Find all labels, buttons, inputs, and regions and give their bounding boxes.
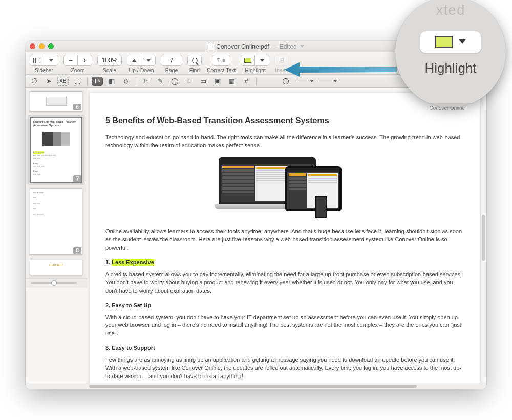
document-viewport[interactable]: Conover Online 5 Benefits of Web-Based T… <box>87 88 486 383</box>
paragraph: With a cloud-based system, you don't hav… <box>105 314 465 338</box>
tool-form1[interactable]: ▭ <box>198 77 209 86</box>
zoom-label: Zoom <box>71 67 85 73</box>
paragraph: A credits-based system allows you to pay… <box>105 271 465 295</box>
zoom-in-button[interactable]: + <box>78 55 92 66</box>
thumb-number: 7 <box>73 175 81 182</box>
tool-comment[interactable]: ◯ <box>169 77 180 86</box>
arrow-up-icon <box>132 59 136 62</box>
scale-label: Scale <box>103 67 116 73</box>
sidebar-button[interactable] <box>30 55 44 66</box>
tool-stamp[interactable]: ⬯ <box>120 77 132 86</box>
tool-form2[interactable]: ▣ <box>212 77 223 86</box>
thumbnail-page-7[interactable]: 5 Benefits of Web-Based Transition Asses… <box>30 117 82 183</box>
sidebar-dropdown[interactable] <box>44 55 58 66</box>
page-down-button[interactable] <box>141 55 156 66</box>
highlight-swatch-icon <box>244 58 251 63</box>
tool-number[interactable]: # <box>241 77 252 86</box>
thumbnail-page-9[interactable]: Con🞄verU <box>30 260 82 275</box>
thumb-number: 6 <box>73 104 81 110</box>
highlight-swatch-icon <box>435 36 453 48</box>
section-heading-2: 2. Easy to Set Up <box>105 302 465 308</box>
tool-redact[interactable]: ◧ <box>106 77 117 86</box>
sidebar-label: Sidebar <box>35 67 53 73</box>
callout-highlight-button[interactable] <box>420 31 481 53</box>
tool-text-annotate[interactable]: T✎ <box>92 77 103 86</box>
thumb-number: 8 <box>73 247 81 254</box>
callout-label: Highlight <box>424 60 476 76</box>
annotation-arrow <box>284 60 397 79</box>
tool-form3[interactable]: ▦ <box>226 77 238 86</box>
search-icon <box>192 58 198 63</box>
highlight-label: Highlight <box>245 67 266 73</box>
page-number-input[interactable]: 7 <box>161 55 182 66</box>
minimize-icon[interactable] <box>39 43 45 49</box>
find-button[interactable] <box>187 55 202 66</box>
tool-lines[interactable]: ≡ <box>183 77 195 86</box>
page-up-button[interactable] <box>127 55 141 66</box>
chevron-down-icon <box>459 39 466 44</box>
paragraph: Online availability allows learners to a… <box>105 228 465 252</box>
vertical-scrollbar[interactable] <box>482 72 485 358</box>
thumbnail-page-6[interactable]: 6 <box>30 91 82 112</box>
arrow-down-icon <box>146 59 151 62</box>
phone-icon <box>315 196 327 218</box>
close-icon[interactable] <box>30 43 35 49</box>
chevron-down-icon <box>49 59 53 62</box>
updown-label: Up / Down <box>129 67 154 73</box>
correct-label: Correct Text <box>207 67 236 73</box>
highlight-button[interactable] <box>241 55 255 66</box>
hero-image <box>105 157 465 218</box>
filename: Conover Online.pdf <box>216 43 269 50</box>
tablet-icon <box>285 166 342 211</box>
tool-highlighter[interactable]: ✎ <box>155 77 166 86</box>
sidebar-icon <box>33 58 40 63</box>
find-label: Find <box>189 67 200 73</box>
tool-cursor-alt[interactable]: ⭔ <box>29 77 40 86</box>
highlighted-text: Less Expensive <box>112 259 154 266</box>
document-icon <box>208 43 214 50</box>
slider-knob-icon[interactable] <box>51 280 57 286</box>
edit-status: Edited <box>280 43 297 50</box>
section-heading-1: 1. Less Expensive <box>105 259 465 266</box>
traffic-lights <box>30 43 54 49</box>
tool-arrow[interactable]: ➤ <box>43 77 54 86</box>
maximize-icon[interactable] <box>48 43 54 49</box>
thumbnail-sidebar[interactable]: 6 5 Benefits of Web-Based Transition Ass… <box>26 88 87 278</box>
svg-marker-0 <box>284 62 397 77</box>
tool-text-select[interactable]: AB <box>57 77 69 86</box>
tool-crop[interactable]: ⛶ <box>72 77 83 86</box>
zoom-out-button[interactable]: – <box>63 55 78 66</box>
callout-magnifier: xted Highlight <box>395 0 506 107</box>
horizontal-scrollbar[interactable] <box>26 383 486 389</box>
watermark: Conover Online <box>105 105 465 111</box>
document-page: Conover Online 5 Benefits of Web-Based T… <box>90 93 480 383</box>
scale-button[interactable]: 100% <box>97 55 122 66</box>
highlight-dropdown[interactable] <box>255 55 269 66</box>
paragraph: Technology and education go hand-in-hand… <box>105 134 465 150</box>
chevron-down-icon <box>260 59 264 62</box>
callout-clipped-text: xted <box>436 2 465 18</box>
thumbnail-zoom-slider[interactable] <box>26 278 87 288</box>
page-label: Page <box>165 67 178 73</box>
thumbnail-page-8[interactable]: text text texttexttext texttexttext text… <box>30 188 82 255</box>
paragraph: Few things are as annoying as firing up … <box>105 356 465 381</box>
content-area: 6 5 Benefits of Web-Based Transition Ass… <box>26 88 486 383</box>
page-title: 5 Benefits of Web-Based Transition Asses… <box>105 116 465 125</box>
correct-text-button[interactable]: T⁝≡ <box>212 55 230 66</box>
tool-textbox[interactable]: T≡ <box>140 77 152 86</box>
section-heading-3: 3. Easy to Support <box>105 345 465 351</box>
